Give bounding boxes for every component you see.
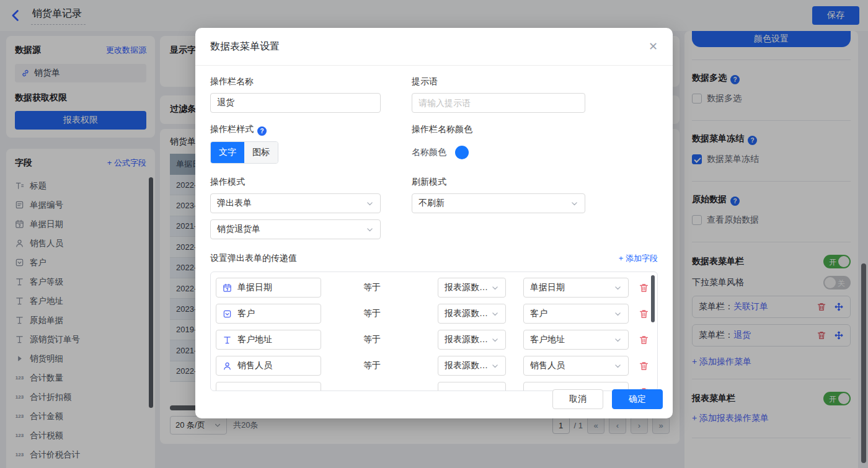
transfer-field-input[interactable] [216,382,321,391]
chevron-down-icon [614,310,622,318]
source-field-value: 单据日期 [530,282,565,293]
chevron-down-icon [491,310,499,318]
trash-icon[interactable] [639,335,649,345]
action-name-input[interactable] [210,93,381,113]
chevron-down-icon [614,362,622,370]
source-field-select[interactable]: 客户地址 [523,330,629,350]
color-name-label: 名称颜色 [412,147,446,158]
transfer-row: 销售人员 等于 报表源数据字... 销售人员 [216,356,652,376]
source-type-select[interactable]: 报表源数据字... [438,356,506,376]
modal-title: 数据表菜单设置 [210,40,280,53]
action-style-tabs: 文字图标 [210,141,278,164]
cancel-button[interactable]: 取消 [552,389,603,409]
source-field-value: 销售人员 [530,360,565,371]
chevron-down-icon [366,200,374,208]
trash-icon[interactable] [639,361,649,371]
app-root: 销货单记录 保存 数据源 更改数据源 销货单 数据获取权限 报表权限 字段 + … [0,0,868,468]
equals-label: 等于 [363,360,399,371]
chevron-down-icon [570,200,578,208]
chevron-down-icon [491,362,499,370]
transfer-field-input[interactable]: 客户地址 [216,330,321,350]
transfer-row: 客户地址 等于 报表源数据字... 客户地址 [216,330,652,350]
color-swatch[interactable] [455,146,469,159]
help-icon[interactable]: ? [257,126,267,136]
text-icon [223,335,232,345]
chevron-down-icon [614,336,622,344]
source-type-select[interactable]: 报表源数据字... [438,304,506,324]
transfer-field-input[interactable]: 销售人员 [216,356,321,376]
refresh-mode-label: 刷新模式 [412,177,585,188]
transfer-row: 客户 等于 报表源数据字... 客户 [216,304,652,324]
transfer-row: 单据日期 等于 报表源数据字... 单据日期 [216,278,652,298]
source-type-value: 报表源数据字... [445,334,491,345]
action-mode-select[interactable]: 弹出表单 [210,193,381,213]
transfer-field-name: 销售人员 [237,360,272,371]
source-type-select[interactable] [438,382,506,391]
action-mode-label: 操作模式 [210,177,381,188]
transfer-list: 单据日期 等于 报表源数据字... 单据日期 客户 等于 报表源数据字... [210,272,658,391]
source-field-value: 客户 [530,308,547,319]
source-type-value: 报表源数据字... [445,360,491,371]
equals-label: 等于 [363,282,399,293]
equals-label: 等于 [363,334,399,345]
select-icon [223,309,232,319]
target-form-value: 销货退货单 [217,224,260,235]
source-field-select[interactable]: 销售人员 [523,356,629,376]
chevron-down-icon [491,284,499,292]
tab-text[interactable]: 文字 [211,142,244,163]
action-mode-value: 弹出表单 [217,198,252,209]
action-style-label: 操作栏样式? [210,124,381,136]
transfer-scrollbar[interactable] [651,275,655,322]
user-icon [223,361,232,371]
close-icon[interactable]: ✕ [649,41,658,52]
trash-icon[interactable] [639,309,649,319]
transfer-field-name: 客户 [237,308,255,319]
source-field-select[interactable]: 客户 [523,304,629,324]
refresh-mode-select[interactable]: 不刷新 [412,193,585,213]
source-field-select[interactable]: 单据日期 [523,278,629,298]
equals-label: 等于 [363,308,399,319]
tip-label: 提示语 [412,76,585,87]
transfer-field-name: 客户地址 [237,334,272,345]
chevron-down-icon [491,336,499,344]
tip-input[interactable] [412,93,585,113]
source-type-value: 报表源数据字... [445,282,491,293]
source-type-select[interactable]: 报表源数据字... [438,330,506,350]
add-field-link[interactable]: + 添加字段 [619,253,658,264]
chevron-down-icon [366,226,374,234]
table-menu-settings-modal: 数据表菜单设置 ✕ 操作栏名称 提示语 操作栏样式? 文字图标 [195,28,673,418]
title-color-label: 操作栏名称颜色 [412,124,585,135]
tab-icon[interactable]: 图标 [244,142,278,163]
refresh-mode-value: 不刷新 [418,198,445,209]
trash-icon[interactable] [639,283,649,293]
transfer-field-name: 单据日期 [237,282,272,293]
action-name-label: 操作栏名称 [210,76,381,87]
chevron-down-icon [614,284,622,292]
confirm-button[interactable]: 确定 [612,389,663,409]
calendar-icon [223,283,232,293]
source-field-value: 客户地址 [530,334,565,345]
transfer-label: 设置弹出表单的传递值 [210,253,297,264]
source-type-value: 报表源数据字... [445,308,491,319]
source-type-select[interactable]: 报表源数据字... [438,278,506,298]
transfer-field-input[interactable]: 单据日期 [216,278,321,298]
target-form-select[interactable]: 销货退货单 [210,219,381,239]
transfer-field-input[interactable]: 客户 [216,304,321,324]
